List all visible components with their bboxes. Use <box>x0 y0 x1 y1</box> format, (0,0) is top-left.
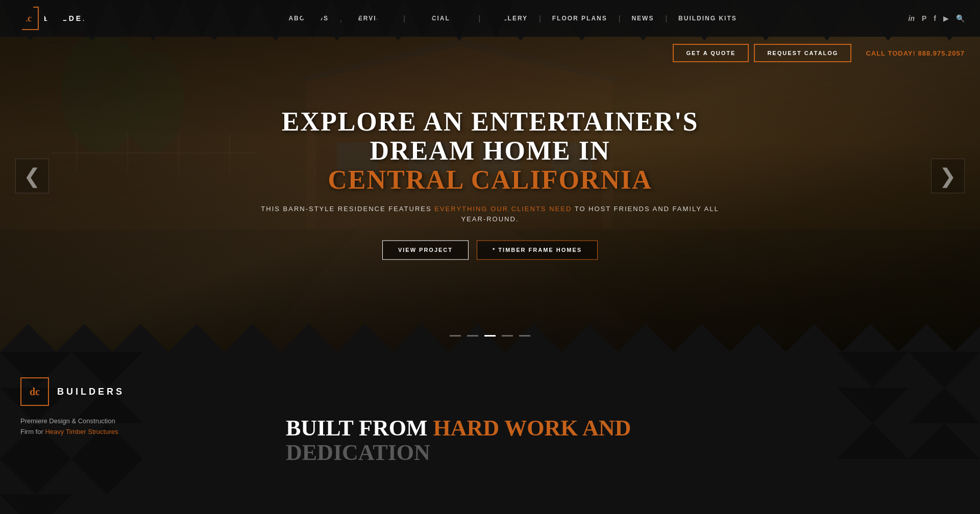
arrow-right-icon: ❯ <box>939 165 957 187</box>
footer-tagline-text2: Firm for <box>20 428 43 435</box>
hero-subtitle-pre: THIS BARN-STYLE RESIDENCE FEATURES <box>261 205 431 213</box>
footer-headline-area: BUILT FROM HARD WORK AND DEDICATION <box>255 352 980 514</box>
timber-frame-button[interactable]: * TIMBER FRAME HOMES <box>477 241 598 260</box>
footer-headline-white: BUILT FROM <box>286 416 428 441</box>
main-navbar: dc BUILDERS ABOUT US | SERVICES | SPECIA… <box>0 0 980 37</box>
slide-dot-3[interactable] <box>484 335 496 337</box>
hero-subtitle-highlight: EVERYTHING OUR CLIENTS NEED <box>434 205 572 213</box>
view-project-button[interactable]: VIEW PROJECT <box>382 241 469 260</box>
slide-dot-1[interactable] <box>450 335 461 337</box>
hero-content: EXPLORE AN ENTERTAINER'S DREAM HOME IN C… <box>260 107 720 260</box>
footer-headline-white2: DEDICATION <box>286 440 430 465</box>
slide-dot-2[interactable] <box>467 335 478 337</box>
call-today: CALL TODAY! 888.975.2057 <box>866 49 965 57</box>
hero-title-line1: EXPLORE AN ENTERTAINER'S DREAM HOME IN <box>260 107 720 165</box>
hero-subtitle: THIS BARN-STYLE RESIDENCE FEATURES EVERY… <box>260 204 720 225</box>
arrow-left-icon: ❮ <box>23 165 41 187</box>
request-catalog-button[interactable]: REQUEST CATALOG <box>754 44 851 62</box>
hero-next-button[interactable]: ❯ <box>931 159 965 193</box>
footer-logo-box: dc <box>20 377 49 406</box>
footer-tagline-highlight: Heavy Timber Structures <box>45 428 118 435</box>
footer-headline: BUILT FROM HARD WORK AND DEDICATION <box>286 416 949 466</box>
footer-logo-letters: dc <box>30 386 40 398</box>
slide-indicators <box>450 335 530 337</box>
phone-number[interactable]: 888.975.2057 <box>918 49 965 57</box>
footer-tagline-text: Premiere Design & Construction <box>20 417 115 425</box>
footer-brand: dc BUILDERS Premiere Design & Constructi… <box>0 352 255 514</box>
footer-logo-row: dc BUILDERS <box>20 377 125 406</box>
footer-tagline: Premiere Design & Construction Firm for … <box>20 416 118 438</box>
hero-prev-button[interactable]: ❮ <box>15 159 49 193</box>
hero-buttons: VIEW PROJECT * TIMBER FRAME HOMES <box>260 241 720 260</box>
call-label: CALL TODAY! <box>866 49 915 57</box>
footer-headline-orange: HARD WORK AND <box>433 416 631 441</box>
slide-dot-4[interactable] <box>502 335 513 337</box>
slide-dot-5[interactable] <box>519 335 530 337</box>
footer-brand-name: BUILDERS <box>57 387 125 397</box>
get-quote-button[interactable]: GET A QUOTE <box>673 44 749 62</box>
hero-title-line2: CENTRAL CALIFORNIA <box>260 166 720 195</box>
footer-section: dc BUILDERS Premiere Design & Constructi… <box>0 352 980 514</box>
top-action-bar: GET A QUOTE REQUEST CATALOG CALL TODAY! … <box>0 37 980 69</box>
